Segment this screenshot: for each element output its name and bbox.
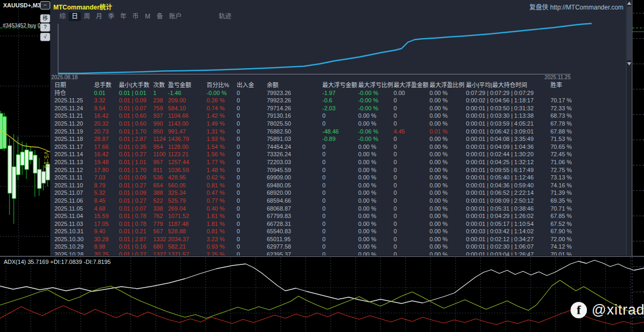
scroll-down-icon[interactable] bbox=[627, 62, 631, 65]
table-row[interactable]: 2025.11.117.030.01 | 0.09536428.950.62 %… bbox=[54, 174, 630, 182]
period-tabbar: 综日周月季年币M备账户轨迹 bbox=[50, 12, 235, 22]
table-cell: 0 bbox=[394, 197, 430, 205]
table-cell: 567 bbox=[153, 227, 168, 235]
table-cell: 0.40 % bbox=[207, 205, 237, 213]
table-cell: 0.00 % bbox=[358, 143, 394, 151]
table-cell: 0.00 % bbox=[358, 205, 394, 213]
candlestick bbox=[25, 150, 29, 169]
table-cell: 0.01 | 0.16 bbox=[119, 243, 153, 251]
table-cell: 3.23 % bbox=[207, 235, 237, 243]
table-row[interactable]: 2025.11.2116.420.01 | 0.609371104.661.42… bbox=[54, 112, 630, 120]
table-cell: 2025.11.07 bbox=[54, 189, 94, 197]
table-row[interactable]: 2025.11.253.320.01 | 0.09238209.000.26 %… bbox=[54, 97, 630, 105]
table-cell: 428.95 bbox=[168, 174, 207, 182]
table-cell: 72.33 % bbox=[550, 105, 630, 112]
tab-item-11[interactable]: 轨迹 bbox=[216, 12, 235, 21]
tab-item-7[interactable]: 币 bbox=[129, 12, 142, 21]
minimize-button[interactable]: − bbox=[40, 1, 50, 10]
table-cell: 1.48 % bbox=[207, 166, 237, 174]
table-cell: 388 bbox=[153, 189, 168, 197]
table-cell: 1.56 % bbox=[207, 150, 237, 158]
table-row[interactable]: 2025.10.3030.280.01 | 2.8713322034.373.2… bbox=[54, 235, 630, 243]
table-row[interactable]: 2025.11.1828.870.01 | 2.8711241436.791.9… bbox=[54, 135, 630, 143]
table-cell: 2025.11.04 bbox=[54, 212, 94, 220]
tab-item-6[interactable]: 年 bbox=[117, 12, 129, 21]
table-cell: 72.45 % bbox=[550, 150, 630, 158]
table-row[interactable]: 2025.11.108.790.01 | 0.27654560.050.81 %… bbox=[54, 182, 630, 189]
table-cell: 2025.10.31 bbox=[54, 227, 94, 235]
table-cell: 0.00 % bbox=[430, 135, 466, 143]
table-cell: -0.00 % bbox=[358, 89, 394, 97]
scroll-up-icon[interactable] bbox=[627, 2, 631, 5]
table-row[interactable]: 2025.11.2020.320.01 | 0.609901143.001.49… bbox=[54, 120, 630, 128]
table-cell: 0.00 % bbox=[358, 120, 394, 128]
table-cell: 0 bbox=[237, 105, 267, 112]
table-cell: 0.00 % bbox=[430, 105, 466, 112]
table-cell: 0.00 % bbox=[358, 251, 394, 255]
brand-link[interactable]: 复盘侠 http://MTCommander.com bbox=[529, 2, 623, 11]
table-cell: 0.01 | 1.70 bbox=[119, 128, 153, 136]
table-cell: 67.88 % bbox=[550, 128, 630, 136]
table-row[interactable]: 2025.11.1920.730.01 | 1.70850991.471.31 … bbox=[54, 128, 630, 136]
table-cell: 72.75 % bbox=[550, 166, 630, 174]
table-cell: 0 bbox=[237, 89, 267, 97]
table-row[interactable]: 2025.10.2820.750.01 | 0.2713271371.572.2… bbox=[54, 251, 630, 255]
table-cell: 0:00:01 | 0:03:59 | 4:05:21 bbox=[466, 120, 550, 128]
table-cell: 68920.00 bbox=[267, 189, 322, 197]
table-cell: 0.00 % bbox=[430, 251, 466, 255]
tab-item-8[interactable]: M bbox=[142, 12, 154, 21]
table-cell: 0.01 | 0.78 bbox=[119, 220, 153, 228]
table-cell: 0 bbox=[322, 220, 358, 228]
table-cell: 0 bbox=[237, 174, 267, 182]
table-row[interactable]: 2025.11.068.450.01 | 0.27522525.790.77 %… bbox=[54, 197, 630, 205]
table-row[interactable]: 2025.11.075.320.01 | 0.09388325.340.47 %… bbox=[54, 189, 630, 197]
table-cell: 0.00 % bbox=[430, 166, 466, 174]
table-cell: 69480.05 bbox=[267, 182, 322, 189]
table-cell: 1187.48 bbox=[168, 220, 207, 228]
help-button[interactable]: ? bbox=[40, 23, 50, 32]
table-cell: 70.65 % bbox=[550, 143, 630, 151]
check-button[interactable]: √ bbox=[40, 33, 50, 41]
table-cell: 5.32 bbox=[94, 189, 119, 197]
table-cell: 0.01 | 0.07 bbox=[119, 105, 153, 112]
table-cell: 70.01 % bbox=[550, 251, 630, 255]
table-row[interactable]: 2025.11.0317.050.01 | 0.787791187.481.81… bbox=[54, 220, 630, 228]
table-cell: 20.32 bbox=[94, 120, 119, 128]
move-button[interactable]: 移 bbox=[40, 14, 50, 23]
table-row[interactable]: 2025.10.319.400.01 | 0.21567528.880.81 %… bbox=[54, 227, 630, 235]
table-cell: 850 bbox=[153, 128, 168, 136]
table-cell: 0.81 % bbox=[207, 182, 237, 189]
chart-end-date: 2025.11.25 bbox=[538, 74, 571, 80]
table-row[interactable]: 2025.10.298.980.01 | 0.16680582.210.93 %… bbox=[54, 243, 630, 251]
table-row[interactable]: 2025.11.0415.590.01 | 0.787621071.521.61… bbox=[54, 212, 630, 220]
table-cell: 0.01 | 0.60 bbox=[119, 120, 153, 128]
table-row[interactable]: 2025.11.054.680.01 | 0.07338269.040.40 %… bbox=[54, 205, 630, 213]
tab-item-1[interactable]: 综 bbox=[57, 12, 69, 21]
table-row[interactable]: 持仓0.010.01 | 0.011-1.46-0.00 %079923.26-… bbox=[54, 89, 630, 97]
table-cell: 1 bbox=[153, 89, 168, 97]
tab-item-10[interactable]: 账户 bbox=[166, 12, 185, 21]
tab-item-9[interactable]: 备 bbox=[154, 12, 166, 21]
table-cell: 1371.57 bbox=[168, 251, 207, 255]
table-cell: 0.00 % bbox=[358, 158, 394, 166]
table-cell: 654 bbox=[153, 182, 168, 189]
scrollbar-thumb[interactable] bbox=[627, 6, 631, 60]
table-row[interactable]: 2025.11.1416.420.01 | 0.2711001123.211.5… bbox=[54, 150, 630, 158]
candlestick bbox=[21, 152, 24, 165]
tab-item-4[interactable]: 月 bbox=[93, 12, 105, 21]
table-cell: 1327 bbox=[153, 251, 168, 255]
table-cell: 1436.79 bbox=[168, 135, 207, 143]
table-cell: 16.42 bbox=[94, 112, 119, 120]
tab-item-5[interactable]: 季 bbox=[105, 12, 117, 21]
table-row[interactable]: 2025.11.1319.480.01 | 1.019571257.441.77… bbox=[54, 158, 630, 166]
tab-item-3[interactable]: 周 bbox=[81, 12, 93, 21]
table-cell: 0.00 % bbox=[430, 189, 466, 197]
table-row[interactable]: 2025.11.249.540.01 | 0.07759584.100.74 %… bbox=[54, 105, 630, 112]
table-row[interactable]: 2025.11.1217.800.01 | 1.708111036.591.48… bbox=[54, 166, 630, 174]
table-row[interactable]: 2025.11.1717.660.01 | 0.359541128.001.54… bbox=[54, 143, 630, 151]
tab-item-2[interactable]: 日 bbox=[69, 12, 81, 21]
table-cell: 17.66 bbox=[94, 143, 119, 151]
table-cell: 8.79 bbox=[94, 182, 119, 189]
equity-curve bbox=[58, 24, 592, 74]
table-cell: 7.03 bbox=[94, 174, 119, 182]
